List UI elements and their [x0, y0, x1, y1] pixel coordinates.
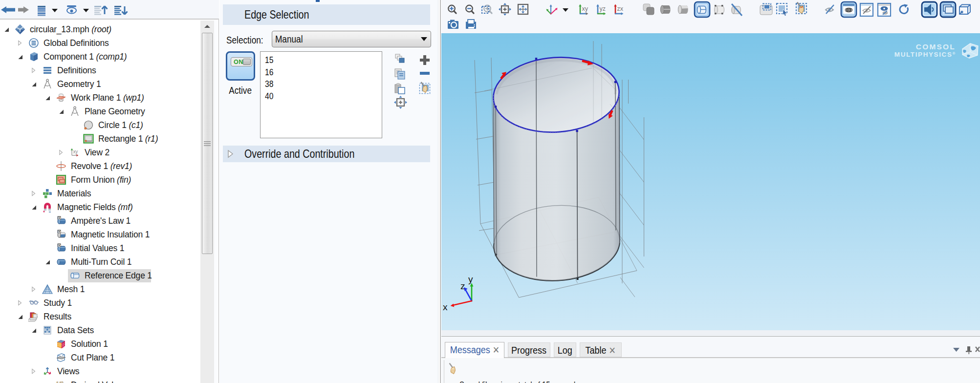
- svg-text:D: D: [58, 216, 61, 220]
- svg-text:yz: yz: [600, 5, 606, 12]
- svg-text:xy: xy: [582, 5, 588, 12]
- svg-text:z: z: [460, 281, 465, 291]
- svg-text:xy: xy: [73, 149, 78, 154]
- svg-text:y: y: [468, 274, 473, 284]
- svg-text:zx: zx: [617, 5, 624, 12]
- svg-text:x: x: [443, 302, 448, 312]
- svg-text:D: D: [58, 243, 61, 248]
- svg-text:8.85: 8.85: [56, 381, 64, 383]
- svg-text:COMSOL: COMSOL: [916, 43, 956, 51]
- svg-text:MULTIPHYSICS®: MULTIPHYSICS®: [894, 51, 956, 58]
- svg-text:D: D: [58, 230, 61, 234]
